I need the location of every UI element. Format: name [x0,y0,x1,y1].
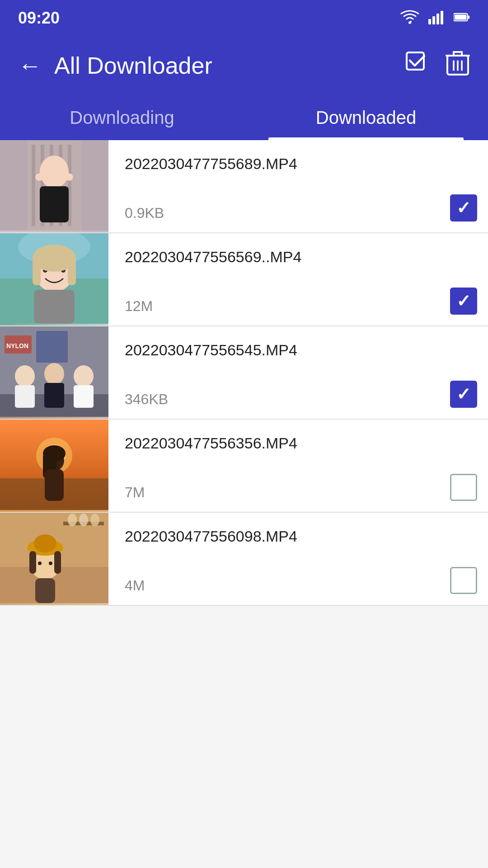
wifi-icon [400,10,419,26]
file-checkbox[interactable] [450,288,477,315]
svg-rect-2 [432,16,435,24]
svg-rect-37 [68,258,76,285]
file-thumbnail[interactable]: NYLON [0,326,108,419]
list-item: 2022030477556569..MP4 12M [0,233,488,326]
svg-rect-58 [45,469,64,501]
back-button[interactable]: ← [18,52,42,79]
tab-downloading[interactable]: Downloading [0,95,244,140]
svg-point-46 [44,363,64,385]
svg-rect-47 [44,383,64,408]
svg-rect-68 [29,551,36,574]
svg-rect-49 [74,385,94,408]
file-thumbnail[interactable] [0,140,108,232]
file-name: 2022030477556545.MP4 [125,340,474,360]
svg-rect-32 [34,290,75,324]
file-size: 7M [125,484,474,501]
status-icons [400,10,470,26]
svg-rect-36 [33,258,41,285]
file-info: 2022030477556545.MP4 346KB [108,326,488,419]
delete-button[interactable] [446,49,470,82]
svg-point-62 [68,514,77,526]
tab-downloaded[interactable]: Downloaded [244,95,488,140]
toolbar-actions [405,49,470,82]
list-item: 2022030477556356.MP4 7M [0,420,488,513]
svg-rect-19 [32,145,35,226]
svg-rect-69 [54,551,61,574]
file-info: 2022030477556356.MP4 7M [108,420,488,512]
file-size: 4M [125,577,474,594]
svg-rect-7 [455,14,466,20]
svg-point-48 [74,365,94,387]
svg-point-72 [49,561,52,565]
svg-point-63 [79,514,88,526]
signal-icon [428,10,445,26]
file-name: 2022030477556569..MP4 [125,247,474,267]
toolbar-title: All Downloader [54,52,212,79]
file-info: 2022030477556098.MP4 4M [108,513,488,605]
svg-point-44 [15,365,35,387]
svg-rect-42 [36,331,68,363]
svg-rect-3 [436,14,439,24]
svg-text:NYLON: NYLON [6,342,28,349]
list-item: 2022030477556098.MP4 4M [0,513,488,606]
file-checkbox[interactable] [450,567,477,594]
svg-rect-45 [15,385,35,408]
file-size: 346KB [125,391,474,408]
select-all-button[interactable] [405,51,429,80]
file-name: 2022030477556098.MP4 [125,526,474,546]
status-time: 09:20 [18,9,60,28]
svg-point-0 [408,21,411,24]
file-thumbnail[interactable] [0,513,108,605]
list-item: NYLON 2022030477556545.MP4 346KB [0,326,488,420]
file-name: 2022030477755689.MP4 [125,154,474,174]
toolbar-left: ← All Downloader [18,52,212,79]
svg-rect-70 [35,578,55,603]
list-item: 2022030477755689.MP4 0.9KB [0,140,488,233]
file-name: 2022030477556356.MP4 [125,433,474,453]
file-info: 2022030477755689.MP4 0.9KB [108,140,488,232]
svg-point-64 [90,514,99,526]
svg-rect-6 [468,15,470,19]
file-thumbnail[interactable] [0,233,108,326]
svg-point-67 [34,534,56,552]
file-checkbox[interactable] [450,474,477,501]
file-list: 2022030477755689.MP4 0.9KB [0,140,488,868]
svg-rect-25 [40,186,69,222]
file-thumbnail[interactable] [0,420,108,512]
svg-point-24 [40,156,69,188]
file-checkbox[interactable] [450,194,477,222]
file-size: 0.9KB [125,205,474,222]
tabs: Downloading Downloaded [0,95,488,140]
file-checkbox[interactable] [450,381,477,408]
svg-rect-1 [428,19,431,24]
file-info: 2022030477556569..MP4 12M [108,233,488,326]
status-bar: 09:20 [0,0,488,36]
file-size: 12M [125,298,474,315]
svg-rect-4 [441,11,443,24]
svg-point-71 [38,561,42,565]
battery-icon [454,12,470,24]
toolbar: ← All Downloader [0,36,488,95]
